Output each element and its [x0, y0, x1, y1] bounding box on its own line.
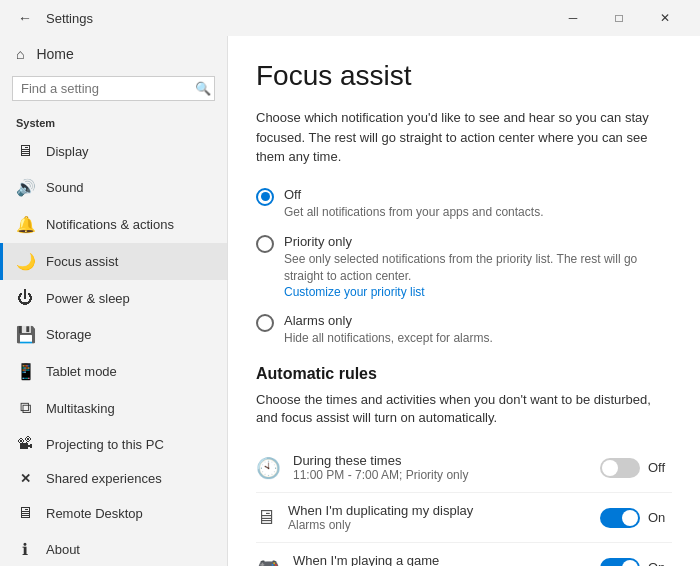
home-icon: ⌂	[16, 46, 24, 62]
sidebar-item-power-sleep[interactable]: ⏻ Power & sleep	[0, 280, 227, 316]
radio-alarms-text: Alarms only Hide all notifications, exce…	[284, 313, 493, 347]
sidebar-item-projecting[interactable]: 📽 Projecting to this PC	[0, 426, 227, 462]
priority-list-link[interactable]: Customize your priority list	[284, 285, 672, 299]
minimize-button[interactable]: ─	[550, 3, 596, 33]
radio-priority[interactable]: Priority only See only selected notifica…	[256, 234, 672, 299]
rule-text-during: During these times 11:00 PM - 7:00 AM; P…	[293, 453, 468, 482]
rule-left-during: 🕙 During these times 11:00 PM - 7:00 AM;…	[256, 453, 468, 482]
rule-left-duplicating: 🖥 When I'm duplicating my display Alarms…	[256, 503, 473, 532]
sidebar-item-tablet-mode[interactable]: 📱 Tablet mode	[0, 353, 227, 390]
close-button[interactable]: ✕	[642, 3, 688, 33]
back-button[interactable]: ←	[12, 8, 38, 28]
shared-icon: ✕	[16, 471, 34, 486]
page-title: Focus assist	[256, 60, 672, 92]
rule-text-gaming: When I'm playing a game Priority only	[293, 553, 439, 566]
rule-left-gaming: 🎮 When I'm playing a game Priority only	[256, 553, 439, 566]
toggle-during-times[interactable]	[600, 458, 640, 478]
radio-alarms-circle[interactable]	[256, 314, 274, 332]
maximize-button[interactable]: □	[596, 3, 642, 33]
power-icon: ⏻	[16, 289, 34, 307]
sound-icon: 🔊	[16, 178, 34, 197]
window-controls: ─ □ ✕	[550, 3, 688, 33]
sidebar-item-focus-assist[interactable]: 🌙 Focus assist	[0, 243, 227, 280]
rule-during-times: 🕙 During these times 11:00 PM - 7:00 AM;…	[256, 443, 672, 493]
focus-assist-icon: 🌙	[16, 252, 34, 271]
toggle-duplicating[interactable]	[600, 508, 640, 528]
sidebar-item-remote[interactable]: 🖥 Remote Desktop	[0, 495, 227, 531]
sidebar-item-about[interactable]: ℹ About	[0, 531, 227, 566]
gaming-icon: 🎮	[256, 556, 281, 566]
main-content: Focus assist Choose which notification y…	[228, 36, 700, 566]
sidebar-item-display[interactable]: 🖥 Display	[0, 133, 227, 169]
title-bar: ← Settings ─ □ ✕	[0, 0, 700, 36]
rule-gaming: 🎮 When I'm playing a game Priority only …	[256, 543, 672, 566]
display-icon: 🖥	[16, 142, 34, 160]
display-duplicate-icon: 🖥	[256, 506, 276, 529]
radio-priority-circle[interactable]	[256, 235, 274, 253]
rule-right-during: Off	[600, 458, 672, 478]
radio-priority-text: Priority only See only selected notifica…	[284, 234, 672, 299]
search-icon: 🔍	[195, 81, 211, 96]
radio-off[interactable]: Off Get all notifications from your apps…	[256, 187, 672, 221]
rule-duplicating: 🖥 When I'm duplicating my display Alarms…	[256, 493, 672, 543]
auto-rules-heading: Automatic rules	[256, 365, 672, 383]
rule-right-gaming: On	[600, 558, 672, 566]
sidebar-item-multitasking[interactable]: ⧉ Multitasking	[0, 390, 227, 426]
sidebar-item-storage[interactable]: 💾 Storage	[0, 316, 227, 353]
about-icon: ℹ	[16, 540, 34, 559]
radio-off-text: Off Get all notifications from your apps…	[284, 187, 543, 221]
app-title: Settings	[46, 11, 93, 26]
sidebar-item-notifications[interactable]: 🔔 Notifications & actions	[0, 206, 227, 243]
multitasking-icon: ⧉	[16, 399, 34, 417]
sidebar-item-home[interactable]: ⌂ Home	[0, 36, 227, 72]
sidebar-item-sound[interactable]: 🔊 Sound	[0, 169, 227, 206]
toggle-knob	[602, 460, 618, 476]
notifications-icon: 🔔	[16, 215, 34, 234]
tablet-icon: 📱	[16, 362, 34, 381]
rule-right-duplicating: On	[600, 508, 672, 528]
sidebar-section-label: System	[0, 111, 227, 133]
rule-text-duplicating: When I'm duplicating my display Alarms o…	[288, 503, 473, 532]
toggle-knob	[622, 560, 638, 566]
sidebar-item-shared[interactable]: ✕ Shared experiences	[0, 462, 227, 495]
projecting-icon: 📽	[16, 435, 34, 453]
sidebar: ⌂ Home 🔍 System 🖥 Display 🔊 Sound 🔔 Noti…	[0, 36, 228, 566]
remote-icon: 🖥	[16, 504, 34, 522]
storage-icon: 💾	[16, 325, 34, 344]
search-input[interactable]	[21, 81, 189, 96]
page-description: Choose which notification you'd like to …	[256, 108, 672, 167]
auto-rules-description: Choose the times and activities when you…	[256, 391, 672, 427]
toggle-knob	[622, 510, 638, 526]
search-box[interactable]: 🔍	[12, 76, 215, 101]
radio-off-circle[interactable]	[256, 188, 274, 206]
radio-alarms[interactable]: Alarms only Hide all notifications, exce…	[256, 313, 672, 347]
clock-icon: 🕙	[256, 456, 281, 480]
toggle-gaming[interactable]	[600, 558, 640, 566]
